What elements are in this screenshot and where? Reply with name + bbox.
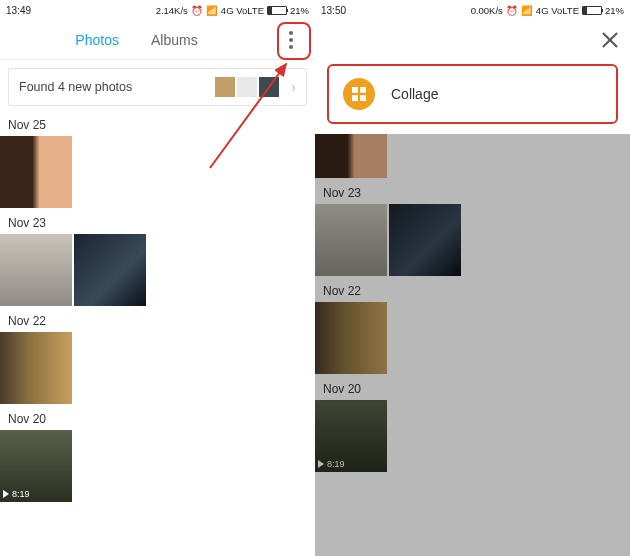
overflow-menu: Collage (315, 20, 630, 134)
video-duration: 8:19 (327, 459, 345, 469)
chevron-right-icon: › (291, 79, 296, 95)
status-right: 2.14K/s ⏰ 📶 4G VoLTE 21% (156, 5, 309, 16)
status-net-speed: 2.14K/s (156, 5, 188, 16)
banner-text: Found 4 new photos (19, 80, 132, 94)
date-label: Nov 23 (315, 178, 630, 204)
new-photos-banner[interactable]: Found 4 new photos › (8, 68, 307, 106)
alarm-icon: ⏰ (506, 5, 518, 16)
photo-item[interactable] (315, 204, 387, 276)
status-time: 13:49 (6, 5, 31, 16)
gallery: Nov 25 Nov 23 Nov 22 Nov 20 8:19 (0, 106, 315, 502)
date-label: Nov 25 (0, 110, 315, 136)
svg-rect-2 (360, 87, 366, 93)
date-label: Nov 23 (0, 208, 315, 234)
collage-icon (343, 78, 375, 110)
date-label: Nov 20 (0, 404, 315, 430)
thumb (259, 77, 279, 97)
menu-item-label: Collage (391, 86, 438, 102)
date-label: Nov 20 (315, 374, 630, 400)
photo-item[interactable] (389, 204, 461, 276)
status-net-speed: 0.00K/s (471, 5, 503, 16)
screen-left: 13:49 2.14K/s ⏰ 📶 4G VoLTE 21% Photos Al… (0, 0, 315, 556)
svg-rect-4 (360, 95, 366, 101)
svg-rect-1 (352, 87, 358, 93)
menu-item-collage[interactable]: Collage (327, 64, 618, 124)
svg-rect-3 (352, 95, 358, 101)
status-right: 0.00K/s ⏰ 📶 4G VoLTE 21% (471, 5, 624, 16)
more-options-button[interactable] (273, 22, 309, 58)
tab-albums[interactable]: Albums (135, 32, 214, 48)
photo-item[interactable] (0, 136, 72, 208)
thumb (237, 77, 257, 97)
alarm-icon: ⏰ (191, 5, 203, 16)
tab-photos[interactable]: Photos (59, 32, 135, 48)
photo-item[interactable] (0, 332, 72, 404)
signal-icon: 📶 (521, 5, 533, 16)
video-badge: 8:19 (318, 459, 345, 469)
status-time: 13:50 (321, 5, 346, 16)
photo-item[interactable] (0, 234, 72, 306)
date-label: Nov 22 (0, 306, 315, 332)
video-duration: 8:19 (12, 489, 30, 499)
video-badge: 8:19 (3, 489, 30, 499)
play-icon (318, 460, 324, 468)
date-label: Nov 22 (315, 276, 630, 302)
photo-item[interactable]: 8:19 (0, 430, 72, 502)
status-network: 4G VoLTE (536, 5, 579, 16)
signal-icon: 📶 (206, 5, 218, 16)
play-icon (3, 490, 9, 498)
status-bar: 13:50 0.00K/s ⏰ 📶 4G VoLTE 21% (315, 0, 630, 20)
close-button[interactable] (600, 30, 620, 50)
status-network: 4G VoLTE (221, 5, 264, 16)
screen-right: 13:50 0.00K/s ⏰ 📶 4G VoLTE 21% Nov 25 No… (315, 0, 630, 556)
status-battery-pct: 21% (605, 5, 624, 16)
battery-icon (267, 6, 287, 15)
battery-icon (582, 6, 602, 15)
tab-bar: Photos Albums (0, 20, 315, 60)
photo-item[interactable] (74, 234, 146, 306)
banner-thumbnails (215, 77, 279, 97)
photo-item[interactable] (315, 302, 387, 374)
thumb (215, 77, 235, 97)
photo-item[interactable]: 8:19 (315, 400, 387, 472)
status-bar: 13:49 2.14K/s ⏰ 📶 4G VoLTE 21% (0, 0, 315, 20)
status-battery-pct: 21% (290, 5, 309, 16)
